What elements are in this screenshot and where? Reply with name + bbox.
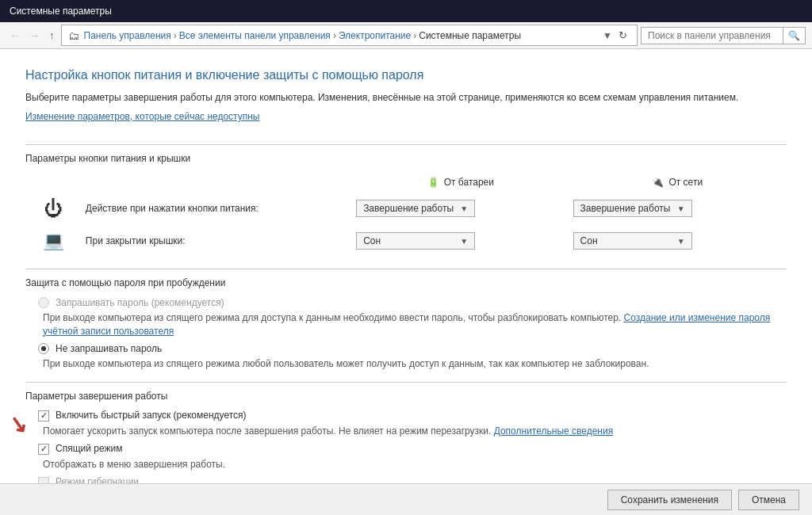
unavailable-params-link[interactable]: Изменение параметров, которые сейчас нед… <box>25 111 260 122</box>
search-input[interactable] <box>641 27 783 44</box>
power-ac-dropdown[interactable]: Завершение работы ▼ <box>573 200 692 217</box>
hibernate-checkbox[interactable] <box>38 477 49 483</box>
sleep-label: Спящий режим <box>56 443 122 454</box>
lid-label: При закрытии крышки: <box>82 226 351 256</box>
up-button[interactable]: ↑ <box>46 28 58 43</box>
hibernate-label: Режим гибернации <box>56 476 139 483</box>
dropdown-arrow-icon: ▼ <box>460 204 468 213</box>
power-battery-dropdown[interactable]: Завершение работы ▼ <box>356 200 475 217</box>
ac-header-label: От сети <box>668 177 703 188</box>
title-bar-text: Системные параметры <box>10 6 112 17</box>
dropdown-arrow-icon-2: ▼ <box>677 204 685 213</box>
sleep-checkbox[interactable] <box>38 444 49 455</box>
sleep-desc: Отображать в меню завершения работы. <box>43 458 787 471</box>
title-bar: Системные параметры <box>0 0 812 22</box>
password-section-title: Защита с помощью пароля при пробуждении <box>25 277 787 288</box>
fast-startup-label: Включить быстрый запуск (рекомендуется) <box>56 410 247 421</box>
ask-password-row: Запрашивать пароль (рекомендуется) <box>25 296 787 310</box>
fast-startup-row: Включить быстрый запуск (рекомендуется) <box>25 410 787 422</box>
page-description: Выберите параметры завершения работы для… <box>25 90 787 105</box>
lid-ac-dropdown[interactable]: Сон ▼ <box>573 232 692 250</box>
refresh-button[interactable]: ↻ <box>615 28 630 43</box>
lid-icon: 💻 <box>43 231 64 250</box>
bottom-bar: Сохранить изменения Отмена <box>0 483 812 515</box>
ac-icon: 🔌 <box>652 177 664 188</box>
address-dropdown-btn[interactable]: ▼ <box>603 30 612 41</box>
fast-startup-link[interactable]: Дополнительные сведения <box>494 425 613 437</box>
path-segment-3: Электропитание <box>339 30 411 41</box>
address-path[interactable]: 🗂 Панель управления › Все элементы панел… <box>61 25 638 46</box>
ask-password-label: Запрашивать пароль (рекомендуется) <box>56 296 224 310</box>
shutdown-section: ↙ Включить быстрый запуск (рекомендуется… <box>25 410 787 483</box>
lid-row: 💻 При закрытии крышки: Сон ▼ Сон ▼ <box>27 226 785 256</box>
battery-icon: 🔋 <box>427 177 439 188</box>
path-segment-1: Панель управления <box>84 30 171 41</box>
back-button[interactable]: ← <box>6 28 23 43</box>
password-section: Запрашивать пароль (рекомендуется) При в… <box>25 296 787 371</box>
dropdown-arrow-icon-4: ▼ <box>677 237 685 246</box>
page-title: Настройка кнопок питания и включение защ… <box>25 68 787 82</box>
no-password-desc: При выходе компьютера из спящего режима … <box>43 357 787 371</box>
section-divider-3 <box>25 382 787 383</box>
ask-password-radio[interactable] <box>38 297 49 308</box>
save-button[interactable]: Сохранить изменения <box>607 490 732 510</box>
fast-startup-desc: Помогает ускорить запуск компьютера посл… <box>43 425 787 438</box>
battery-header-label: От батареи <box>444 177 494 188</box>
address-bar: ← → ↑ 🗂 Панель управления › Все элементы… <box>0 22 812 49</box>
power-button-icon: ⏻ <box>44 197 63 219</box>
section-divider-2 <box>25 269 787 269</box>
power-table: 🔋 От батареи 🔌 От сети ⏻ Действие п <box>25 172 787 258</box>
cancel-button[interactable]: Отмена <box>738 490 799 510</box>
annotation-arrow: ↙ <box>7 410 29 438</box>
main-content: Настройка кнопок питания и включение защ… <box>0 49 812 483</box>
forward-button[interactable]: → <box>26 28 43 43</box>
no-password-row: Не запрашивать пароль <box>25 342 787 356</box>
dropdown-arrow-icon-3: ▼ <box>460 237 468 246</box>
no-password-label: Не запрашивать пароль <box>56 342 162 356</box>
power-button-label: Действие при нажатии кнопки питания: <box>82 193 351 224</box>
lid-battery-dropdown[interactable]: Сон ▼ <box>356 232 475 250</box>
shutdown-section-title: Параметры завершения работы <box>25 391 787 402</box>
search-icon: 🔍 <box>783 27 806 44</box>
no-password-radio[interactable] <box>38 343 49 354</box>
sleep-row: Спящий режим <box>25 443 787 455</box>
power-button-section-title: Параметры кнопки питания и крышки <box>25 153 787 164</box>
path-segment-4: Системные параметры <box>419 30 521 41</box>
power-button-row: ⏻ Действие при нажатии кнопки питания: З… <box>27 193 785 224</box>
path-segment-2: Все элементы панели управления <box>179 30 331 41</box>
section-divider-1 <box>25 144 787 145</box>
ask-password-desc: При выходе компьютера из спящего режима … <box>43 311 787 338</box>
hibernate-row: Режим гибернации <box>25 476 787 483</box>
fast-startup-checkbox[interactable] <box>38 410 49 422</box>
search-wrapper: 🔍 <box>641 27 806 44</box>
